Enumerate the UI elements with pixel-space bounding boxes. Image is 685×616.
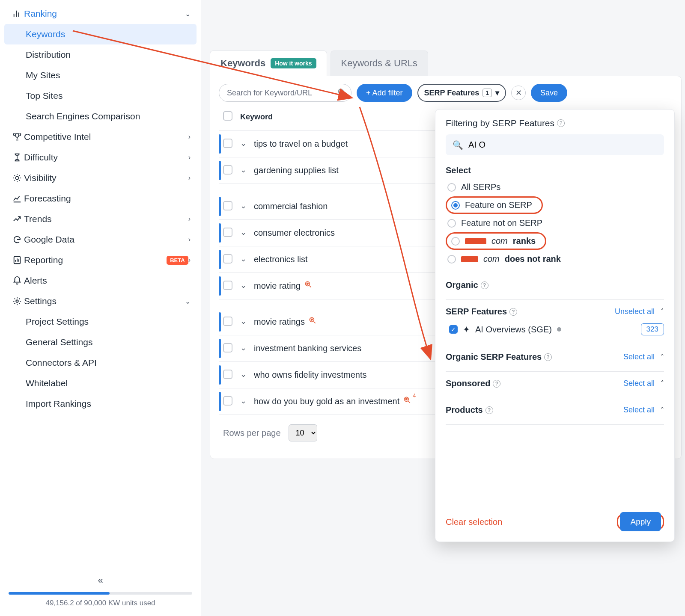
status-dot xyxy=(557,327,561,332)
rows-per-page-label: Rows per page xyxy=(223,428,281,438)
popover-search-input[interactable] xyxy=(468,139,657,150)
chevron-down-icon[interactable]: ⌄ xyxy=(240,227,254,237)
row-checkbox[interactable] xyxy=(223,370,232,379)
how-it-works-badge[interactable]: How it works xyxy=(271,58,316,68)
cat-products[interactable]: Products? xyxy=(446,405,493,415)
select-all-link[interactable]: Select all xyxy=(623,406,655,415)
row-checkbox[interactable] xyxy=(223,281,232,290)
row-checkbox[interactable] xyxy=(223,165,232,175)
nav-alerts[interactable]: Alerts xyxy=(0,270,201,291)
clear-filter-button[interactable]: ✕ xyxy=(511,86,526,100)
nav-ranking[interactable]: Ranking ⌄ xyxy=(0,3,201,24)
rows-per-page-select[interactable]: 10 xyxy=(289,424,317,441)
radio-feature-not-on-serp[interactable]: Feature not on SERP xyxy=(446,215,664,231)
chevron-down-icon[interactable]: ⌄ xyxy=(240,164,254,175)
nav-settings-whitelabel[interactable]: Whitelabel xyxy=(0,373,201,394)
nav-ranking-mysites[interactable]: My Sites xyxy=(0,65,201,86)
nav-trends[interactable]: Trends › xyxy=(0,209,201,229)
cat-organic-serp-features[interactable]: Organic SERP Features? xyxy=(446,352,552,362)
chevron-up-icon[interactable]: ˄ xyxy=(661,308,664,316)
checkbox[interactable]: ✓ xyxy=(449,325,458,334)
radio-domain-ranks[interactable]: com ranks xyxy=(450,235,537,247)
row-checkbox[interactable] xyxy=(223,254,232,264)
nav-reporting[interactable]: Reporting BETA › xyxy=(0,250,201,270)
sun-icon xyxy=(10,173,24,183)
nav-ranking-keywords[interactable]: Keywords xyxy=(4,24,197,44)
nav-settings-project[interactable]: Project Settings xyxy=(0,311,201,332)
nav-settings-general[interactable]: General Settings xyxy=(0,332,201,352)
trophy-icon xyxy=(10,132,24,142)
forecast-icon xyxy=(10,194,24,203)
chevron-down-icon[interactable]: ⌄ xyxy=(240,253,254,264)
row-checkbox[interactable] xyxy=(223,396,232,406)
nav-visibility[interactable]: Visibility › xyxy=(0,168,201,188)
select-all-link[interactable]: Select all xyxy=(623,352,655,361)
radio-dot xyxy=(447,255,456,264)
chevron-down-icon[interactable]: ⌄ xyxy=(240,369,254,379)
gear-icon xyxy=(10,296,24,306)
sparkle-icon: ✦ xyxy=(463,324,470,335)
tab-keywords[interactable]: Keywords How it works xyxy=(210,50,327,76)
row-checkbox[interactable] xyxy=(223,343,232,352)
chevron-down-icon[interactable]: ⌄ xyxy=(240,342,254,352)
add-filter-button[interactable]: + Add filter xyxy=(357,84,412,102)
svg-point-2 xyxy=(16,300,18,302)
help-icon[interactable]: ? xyxy=(557,119,565,127)
radio-dot xyxy=(451,237,460,246)
help-icon[interactable]: ? xyxy=(481,281,488,289)
collapse-sidebar-button[interactable]: « xyxy=(9,572,192,592)
help-icon[interactable]: ? xyxy=(544,353,552,361)
nav-google-data[interactable]: Google Data › xyxy=(0,229,201,250)
redacted-domain xyxy=(461,256,478,262)
chevron-down-icon[interactable]: ⌄ xyxy=(240,395,254,406)
chevron-down-icon[interactable]: ⌄ xyxy=(240,138,254,148)
chevron-up-icon[interactable]: ˄ xyxy=(661,406,664,414)
nav-settings[interactable]: Settings ⌄ xyxy=(0,291,201,311)
filter-chip-serp-features[interactable]: SERP Features 1 ▾ xyxy=(417,84,506,102)
radio-feature-on-serp[interactable]: Feature on SERP xyxy=(450,199,534,211)
apply-highlight: Apply xyxy=(617,514,664,530)
nav-ranking-distribution[interactable]: Distribution xyxy=(0,44,201,65)
toolbar: Search for Keyword/URL 🔍 + Add filter SE… xyxy=(219,84,673,102)
nav-settings-connectors[interactable]: Connectors & API xyxy=(0,352,201,373)
row-checkbox[interactable] xyxy=(223,139,232,148)
chevron-down-icon[interactable]: ⌄ xyxy=(240,200,254,210)
keyword-search[interactable]: Search for Keyword/URL 🔍 xyxy=(219,84,351,102)
chevron-down-icon[interactable]: ⌄ xyxy=(240,316,254,326)
feature-ai-overviews[interactable]: ✓ ✦ AI Overviews (SGE) 323 xyxy=(446,317,664,335)
nav-settings-import[interactable]: Import Rankings xyxy=(0,394,201,414)
chevron-up-icon[interactable]: ˄ xyxy=(661,353,664,361)
chevron-up-icon[interactable]: ˄ xyxy=(661,379,664,388)
nav-forecasting[interactable]: Forecasting xyxy=(0,188,201,209)
select-all-link[interactable]: Select all xyxy=(623,379,655,388)
serp-flag-icon xyxy=(304,280,313,289)
tab-keywords-urls[interactable]: Keywords & URLs xyxy=(331,50,429,76)
row-checkbox[interactable] xyxy=(223,317,232,326)
nav-ranking-se-comparison[interactable]: Search Engines Comparison xyxy=(0,106,201,127)
radio-domain-does-not-rank[interactable]: com does not rank xyxy=(446,251,664,267)
radio-dot xyxy=(447,183,456,192)
chevron-down-icon[interactable]: ⌄ xyxy=(240,280,254,290)
clear-selection-link[interactable]: Clear selection xyxy=(446,517,502,527)
nav-difficulty[interactable]: Difficulty › xyxy=(0,147,201,168)
nav-competitive[interactable]: Competitive Intel › xyxy=(0,127,201,147)
save-button[interactable]: Save xyxy=(531,84,567,102)
help-icon[interactable]: ? xyxy=(493,380,500,388)
radio-all-serps[interactable]: All SERPs xyxy=(446,179,664,195)
help-icon[interactable]: ? xyxy=(509,308,517,316)
select-all-checkbox[interactable] xyxy=(223,111,232,121)
nav-ranking-topsites[interactable]: Top Sites xyxy=(0,86,201,106)
popover-title: Filtering by SERP Features ? xyxy=(446,118,664,128)
popover-search[interactable]: 🔍 xyxy=(446,134,664,155)
serp-flag-icon xyxy=(308,316,317,325)
help-icon[interactable]: ? xyxy=(485,406,493,414)
unselect-all-link[interactable]: Unselect all xyxy=(615,307,655,316)
row-checkbox[interactable] xyxy=(223,201,232,210)
apply-button[interactable]: Apply xyxy=(620,512,661,531)
bar-chart-icon xyxy=(10,9,24,18)
chevron-right-icon: › xyxy=(188,215,191,223)
select-section-label: Select xyxy=(446,166,664,175)
cat-sponsored[interactable]: Sponsored? xyxy=(446,379,500,388)
tabs: Keywords How it works Keywords & URLs xyxy=(210,50,682,76)
row-checkbox[interactable] xyxy=(223,228,232,237)
